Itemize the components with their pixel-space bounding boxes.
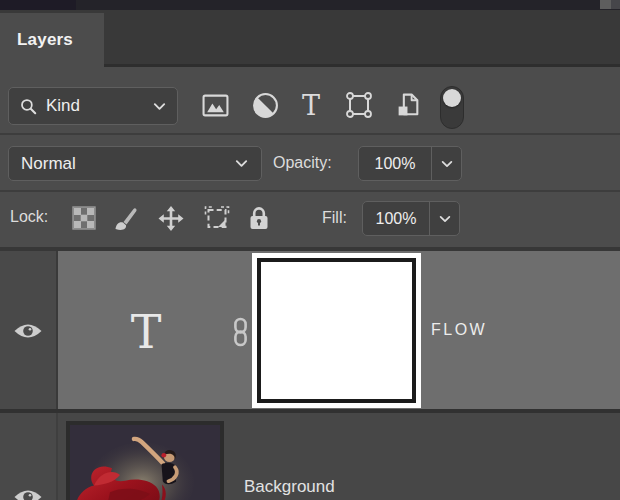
layer-background-name[interactable]: Background	[244, 477, 335, 497]
lock-artboard-button[interactable]	[204, 205, 230, 231]
blend-mode-dropdown[interactable]: Normal	[8, 146, 262, 181]
lock-label: Lock:	[10, 208, 48, 226]
divider	[0, 133, 620, 135]
mask-link-icon[interactable]	[231, 317, 250, 347]
opacity-dropdown-button[interactable]	[432, 157, 461, 171]
filter-shape-layers-button[interactable]	[345, 91, 373, 119]
filter-kind-dropdown[interactable]: Kind	[8, 87, 178, 125]
lock-transparent-pixels-button[interactable]	[71, 205, 97, 231]
filter-type-layers-button[interactable]: T	[297, 91, 325, 119]
type-layers-icon: T	[302, 92, 320, 119]
shape-layers-icon	[345, 91, 373, 119]
lock-position-button[interactable]	[158, 205, 184, 231]
tab-layers-label: Layers	[17, 30, 73, 50]
window-top-bar	[0, 0, 620, 10]
fill-label: Fill:	[322, 209, 347, 227]
background-layer-thumbnail[interactable]	[66, 421, 224, 500]
layers-panel: Layers Kind T	[0, 0, 620, 500]
text-layer-thumbnail-glyph: T	[131, 309, 162, 355]
chevron-down-icon	[438, 212, 452, 226]
filter-adjustment-layers-button[interactable]	[251, 91, 279, 119]
lock-all-button[interactable]	[246, 205, 272, 231]
layer-mask-thumbnail[interactable]	[252, 253, 421, 408]
visibility-eye-icon[interactable]	[13, 321, 43, 341]
search-icon	[19, 97, 38, 116]
filter-pixel-layers-button[interactable]	[201, 91, 229, 119]
visibility-eye-icon[interactable]	[13, 487, 43, 500]
tab-strip-shadow	[104, 64, 620, 67]
fill-dropdown-button[interactable]	[430, 212, 459, 226]
smart-objects-icon	[395, 92, 422, 119]
fill-value[interactable]: 100%	[363, 210, 429, 228]
pixel-layers-icon	[202, 92, 229, 119]
chevron-down-icon	[234, 156, 249, 171]
chevron-down-icon	[152, 99, 167, 114]
divider	[0, 190, 620, 192]
filter-toggle-switch[interactable]	[440, 86, 464, 129]
layer-mask-thumbnail-inner	[257, 258, 416, 403]
tab-layers[interactable]: Layers	[0, 13, 104, 67]
dancer-thumbnail-image	[70, 425, 220, 500]
lock-transparency-icon	[72, 206, 96, 230]
padlock-icon	[246, 205, 272, 231]
opacity-label: Opacity:	[273, 154, 332, 172]
paintbrush-icon	[113, 205, 139, 232]
filter-toggle-knob	[443, 89, 461, 107]
text-layer-thumbnail[interactable]: T	[112, 302, 180, 362]
adjustment-layers-icon	[252, 92, 279, 119]
filter-kind-label: Kind	[46, 96, 144, 116]
fill-control[interactable]: 100%	[362, 201, 460, 236]
panel-edge-fragment	[600, 0, 611, 9]
filter-smart-objects-button[interactable]	[394, 91, 422, 119]
opacity-control[interactable]: 100%	[358, 146, 462, 181]
panel-edge-fragment-2	[611, 0, 620, 9]
artboard-icon	[204, 205, 230, 232]
window-top-bar-accent	[0, 0, 76, 10]
lock-image-pixels-button[interactable]	[113, 205, 139, 231]
layer-flow-name[interactable]: FLOW	[431, 321, 487, 339]
move-arrows-icon	[158, 205, 184, 232]
chevron-down-icon	[440, 157, 454, 171]
opacity-value[interactable]: 100%	[359, 155, 431, 173]
blend-mode-value: Normal	[21, 154, 234, 174]
